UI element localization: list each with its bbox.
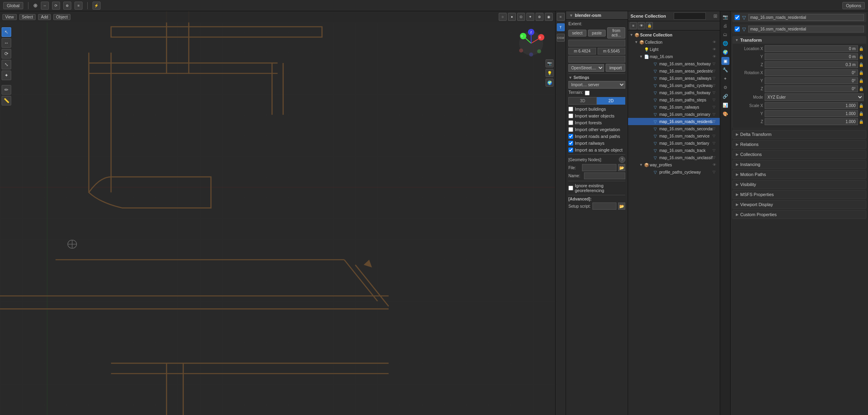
import-mode-select[interactable]: Import.... server [568, 81, 625, 89]
instancing-section[interactable]: ▶ Instancing [732, 160, 866, 169]
tree-paths-steps[interactable]: ▽ map_16.osm_paths_steps ▽ [628, 96, 720, 103]
tree-light[interactable]: 💡 Light 👁 [628, 46, 720, 53]
vp-camera-icon[interactable]: 📷 [546, 59, 554, 67]
scene-search-input[interactable] [674, 12, 706, 20]
rotation-y-value[interactable]: 0° [765, 77, 858, 84]
rotation-x-value[interactable]: 0° [765, 69, 858, 76]
viewport-display-section[interactable]: ▶ Viewport Display [732, 200, 866, 209]
import-single-checkbox[interactable] [568, 148, 573, 152]
tree-scene-collection[interactable]: ▼ 📦 Scene Collection [628, 31, 720, 38]
move-tool[interactable]: ↔ [2, 38, 11, 48]
rotation-z-value[interactable]: 0° [765, 85, 858, 92]
object-btn[interactable]: Object [53, 14, 70, 20]
props-tab-object[interactable]: ▣ [721, 57, 729, 65]
transform-tool[interactable]: ✦ [2, 71, 11, 80]
tree-profile-cycleway[interactable]: ▽ profile_paths_cycleway ▽ [628, 168, 720, 176]
props-tab-view-layer[interactable]: 🗂 [721, 30, 729, 38]
select-btn[interactable]: select [568, 30, 586, 36]
viewport-3d[interactable]: View Select Add Object ○ ● ⊙ ✦ ⊕ ◉ ↖ ↔ ⟳… [0, 11, 555, 415]
coord-2a[interactable]: m 6.4824 [568, 48, 596, 55]
tree-paths-cycleway[interactable]: ▽ map_16.osm_paths_cycleway ▽ [628, 82, 720, 89]
3d-btn[interactable]: 3D [568, 97, 597, 105]
props-tab-constraints[interactable]: 🔗 [721, 92, 729, 100]
2d-btn[interactable]: 2D [597, 97, 625, 105]
select-tool[interactable]: ↖ [2, 27, 11, 37]
rotation-mode-select[interactable]: XYZ Euler [765, 93, 864, 101]
import-roads-checkbox[interactable] [568, 134, 573, 139]
location-z-value[interactable]: 0.3 m [765, 61, 858, 68]
delta-transform-section[interactable]: ▶ Delta Transform [732, 130, 866, 139]
toolbar-icon-1[interactable]: ↔ [41, 2, 49, 10]
location-x-lock[interactable]: 🔒 [859, 47, 864, 51]
side-osm-icon[interactable]: OSM [557, 34, 565, 42]
main-import-btn[interactable]: import [606, 64, 625, 72]
toolbar-icon-4[interactable]: ≡ [75, 2, 83, 10]
tree-roads-secondary[interactable]: ▽ map_16.osm_roads_secondary ▽ [628, 125, 720, 132]
props-secondary-name-input[interactable] [748, 26, 864, 32]
toolbar-icon-5[interactable]: ⚡ [93, 2, 101, 10]
filter-icon[interactable]: ⊞ [713, 13, 717, 19]
outliner-icon-3[interactable]: 🔒 [646, 22, 653, 29]
import-railways-checkbox[interactable] [568, 141, 573, 146]
file-browse-icon[interactable]: 📂 [618, 164, 625, 171]
props-tab-data[interactable]: 📊 [721, 101, 729, 109]
viewport-gizmo-icon[interactable]: ✦ [526, 13, 534, 21]
tree-roads-unclassified[interactable]: ▽ map_16.osm_roads_unclassified ▽ [628, 154, 720, 161]
scale-z-value[interactable]: 1.000 [765, 118, 858, 125]
viewport-gizmo[interactable]: X Y Z [515, 27, 547, 59]
scale-y-value[interactable]: 1.000 [765, 110, 858, 117]
scale-z-lock[interactable]: 🔒 [859, 119, 864, 124]
scale-x-lock[interactable]: 🔒 [859, 103, 864, 108]
tree-areas-railways[interactable]: ▽ map_16.osm_areas_railways ▽ [628, 75, 720, 82]
location-z-lock[interactable]: 🔒 [859, 63, 864, 67]
annotate-tool[interactable]: ✏ [2, 85, 11, 95]
props-tab-particles[interactable]: ✦ [721, 75, 729, 83]
props-tab-physics[interactable]: ⚙ [721, 83, 729, 91]
viewport-mode-icon[interactable]: ○ [499, 13, 507, 21]
rotate-tool[interactable]: ⟳ [2, 49, 11, 59]
scale-y-lock[interactable]: 🔒 [859, 111, 864, 116]
tree-roads-tertiary[interactable]: ▽ map_16.osm_roads_tertiary ▽ [628, 140, 720, 147]
props-tab-material[interactable]: 🎨 [721, 110, 729, 118]
props-object-visibility-checkbox[interactable] [735, 15, 740, 20]
scale-tool[interactable]: ⤡ [2, 60, 11, 69]
file-input[interactable] [582, 164, 616, 171]
tree-areas-pedestrian[interactable]: ▽ map_16.osm_areas_pedestrian ▽ [628, 67, 720, 75]
props-secondary-visibility-checkbox[interactable] [735, 26, 740, 32]
vp-world-icon[interactable]: 🌍 [546, 79, 554, 87]
tree-way-profiles[interactable]: ▼ 📦 way_profiles 👁 [628, 161, 720, 168]
import-vegetation-checkbox[interactable] [568, 127, 573, 132]
from-active-btn[interactable]: from acti... [607, 27, 625, 38]
collections-section[interactable]: ▶ Collections [732, 150, 866, 159]
scene-tree[interactable]: ▼ 📦 Scene Collection ▼ 📦 Collection 👁 💡 … [628, 30, 720, 415]
viewport-proportional-icon[interactable]: ◉ [545, 13, 553, 21]
tree-roads-service[interactable]: ▽ map_16.osm_roads_service ▽ [628, 132, 720, 140]
outliner-icon-1[interactable]: ≡ [630, 22, 637, 29]
rotation-x-lock[interactable]: 🔒 [859, 71, 864, 75]
rotation-y-lock[interactable]: 🔒 [859, 79, 864, 83]
location-y-value[interactable]: 0 m [765, 53, 858, 60]
props-tab-world[interactable]: 🌍 [721, 48, 729, 56]
viewport-shading-icon[interactable]: ● [508, 13, 516, 21]
rotation-z-lock[interactable]: 🔒 [859, 87, 864, 91]
map-source-select[interactable]: OpenStreet.... [568, 64, 604, 72]
side-tool-icon[interactable]: ≡ [557, 13, 565, 21]
toolbar-icon-3[interactable]: ⊕ [63, 2, 71, 10]
scale-x-value[interactable]: 1.000 [765, 102, 858, 109]
coord-2b[interactable]: m 6.5645 [598, 48, 625, 55]
tree-collection[interactable]: ▼ 📦 Collection 👁 [628, 38, 720, 46]
visibility-section[interactable]: ▶ Visibility [732, 180, 866, 189]
location-y-lock[interactable]: 🔒 [859, 55, 864, 59]
add-btn[interactable]: Add [38, 14, 51, 20]
viewport-overlay-icon[interactable]: ⊙ [517, 13, 525, 21]
tree-railways[interactable]: ▽ map_16.osm_railways ▽ [628, 103, 720, 111]
relations-section[interactable]: ▶ Relations [732, 140, 866, 149]
props-tab-output[interactable]: 🖨 [721, 22, 729, 30]
msfs-properties-section[interactable]: ▶ MSFS Properties [732, 190, 866, 199]
select-btn[interactable]: Select [19, 14, 36, 20]
props-tab-scene[interactable]: 🌐 [721, 39, 729, 47]
location-x-value[interactable]: 0 m [765, 45, 858, 52]
custom-properties-section[interactable]: ▶ Custom Properties [732, 210, 866, 219]
osm-collapse-arrow[interactable]: ▼ [569, 13, 573, 18]
import-forests-checkbox[interactable] [568, 120, 573, 125]
